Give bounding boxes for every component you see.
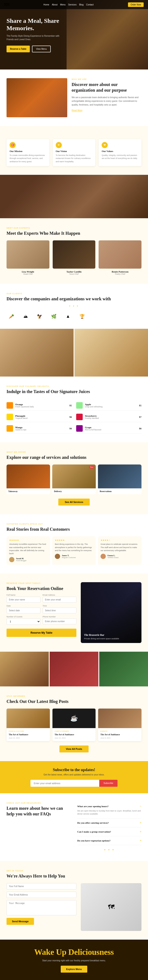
juices-grid-left: Orange Fresh squeezed daily $5 Pineapple… [6, 401, 72, 434]
contact-title: We're Always Here to Help You [6, 873, 142, 879]
reservation-phone-input[interactable] [43, 619, 77, 624]
wake-cta-button[interactable]: Explore Menu [61, 966, 87, 973]
juice-info-1: Pineapple Tropical blend [15, 415, 27, 419]
juice-icon-2 [6, 425, 13, 432]
interior-image [0, 175, 148, 218]
reservation-email-input[interactable] [43, 597, 77, 603]
service-card-2[interactable]: Reservations [98, 465, 142, 494]
juice-name-0: Orange [15, 403, 34, 406]
blog-title-1: The Art of Ambiance [55, 733, 93, 736]
services-section: What We Offer Explore our range of servi… [0, 442, 148, 514]
reservation-guests-label: Number of Guests [6, 616, 40, 618]
juices-label: Discover Our Culinary Delights [6, 385, 142, 387]
juice-info-0: Orange Fresh squeezed daily [15, 403, 34, 408]
mission-desc-2: Quality, integrity, community and passio… [101, 154, 138, 160]
who-read-more-link[interactable]: Read More [72, 109, 82, 112]
hero-subtitle: The Family-Style Dining Experience to Re… [6, 34, 63, 41]
faq-answer-0: We are open Monday to Sunday from 8am to… [77, 809, 142, 816]
nav-contact[interactable]: Contact [86, 3, 93, 6]
newsletter-email-input[interactable] [31, 780, 99, 787]
experts-section: Meet Our Experts Meet the Experts Who Ma… [0, 218, 148, 284]
faq-question-2[interactable]: Can I make a group reservation? + [77, 830, 142, 834]
reservation-name-input[interactable] [6, 597, 40, 603]
juices-col-left: Orange Fresh squeezed daily $5 Pineapple… [6, 397, 72, 434]
blog-card-2[interactable]: Events The Art of Ambiance June 8, 2024 [98, 709, 142, 741]
reservation-guests-select[interactable]: 12345+ [6, 619, 40, 625]
blog-title-2: The Art of Ambiance [100, 733, 139, 736]
faq-question-1[interactable]: Do you offer catering services? + [77, 821, 142, 824]
juice-left-1: Pineapple Tropical blend [6, 414, 27, 420]
contact-form: Send Message [6, 883, 76, 931]
testimonial-card-0: ★★★★★ Absolutely incredible experience! … [6, 536, 50, 565]
faq-section: Check Out Our Resources Learn more about… [0, 793, 148, 861]
gallery-image-1 [0, 329, 74, 377]
faq-question-0[interactable]: What are your opening hours? − [77, 805, 142, 808]
juice-name-1: Pineapple [15, 415, 27, 417]
nav-services[interactable]: Services [68, 3, 76, 6]
hero-menu-button[interactable]: View Menu [32, 46, 50, 52]
contact-section: Get In Touch We're Always Here to Help Y… [0, 861, 148, 940]
reservation-label: Reserve Your Spot Today! [6, 582, 76, 584]
who-we-are-section: Who We Are Discover more about our organ… [0, 70, 148, 126]
contact-submit-button[interactable]: Send Message [6, 918, 34, 925]
newsletter-title: Subscribe to the updates! [6, 768, 142, 772]
faq-question-3[interactable]: Do you have vegetarian options? + [77, 839, 142, 842]
interior-section [0, 175, 148, 218]
nav-blog[interactable]: Blog [79, 3, 84, 6]
nav-menu[interactable]: Menu [60, 3, 66, 6]
faq-right: What are your opening hours? − We are op… [77, 802, 142, 852]
service-card-0[interactable]: Takeaway [6, 465, 50, 494]
services-title: Explore our range of services and soluti… [6, 455, 142, 460]
juices-columns: Orange Fresh squeezed daily $5 Pineapple… [6, 397, 142, 434]
juice-desc-5: Rich & full flavored [85, 429, 101, 431]
blog-card-0[interactable]: Food & Culture The Art of Ambiance June … [6, 709, 50, 741]
juice-name-4: Strawberry [85, 415, 99, 417]
expert-photo-2 [98, 240, 142, 269]
mission-icon-0: 🎯 [10, 142, 16, 148]
service-name-0: Takeaway [6, 488, 50, 494]
blog-view-all-button[interactable]: View All Posts [60, 746, 89, 752]
gallery-two-col [0, 329, 148, 377]
juice-desc-0: Fresh squeezed daily [15, 406, 34, 408]
service-name-1: Delivery [52, 488, 96, 494]
reservation-image: The Brasserie Bar Private dining and eve… [81, 582, 142, 643]
juice-price-1: $6 [69, 416, 72, 418]
contact-message-input[interactable] [6, 900, 76, 915]
faq-chevron-icon-3: + [140, 839, 142, 842]
newsletter-subscribe-button[interactable]: Subscribe [99, 780, 117, 787]
contact-email-input[interactable] [6, 892, 76, 898]
service-badge-1: New [89, 466, 95, 469]
faq-title: Learn more about how we can help you wit… [6, 805, 71, 817]
juices-title: Indulge in the Tastes of Our Signature J… [6, 389, 142, 395]
hero-reserve-button[interactable]: Reserve a Table [6, 46, 30, 52]
juice-item-4: Strawberry Freshly blended $7 [76, 412, 142, 422]
services-see-all-button[interactable]: See All Services [58, 499, 90, 506]
testimonial-avatar-0 [9, 557, 14, 562]
blog-card-1[interactable]: ☕ Chef's Corner The Art of Ambiance June… [53, 709, 96, 741]
nav-home[interactable]: Home [43, 3, 49, 6]
juice-icon-0 [6, 402, 13, 409]
reservation-time-input[interactable] [43, 608, 77, 613]
map-icon: 🗺 [108, 904, 114, 911]
blog-meta-2: June 8, 2024 [100, 737, 139, 739]
contact-name-input[interactable] [6, 883, 76, 889]
testimonial-card-1: ★★★★★ Best dining experience in the city… [52, 536, 96, 565]
mission-title-1: Our Vision [56, 150, 92, 153]
nav-cta-button[interactable]: Order Now [128, 2, 144, 7]
expert-name-1: Taylor Castillo [53, 270, 95, 273]
nav-about[interactable]: About [52, 3, 58, 6]
blog-meta-0: June 12, 2024 [9, 737, 48, 739]
clients-divider: • • • [6, 304, 142, 308]
blog-image-1: ☕ [53, 709, 96, 728]
reservation-submit-button[interactable]: Reserve My Table [6, 628, 76, 637]
client-logo-5: 🏆 [77, 312, 87, 320]
client-logo-3: 🌿 [49, 312, 59, 320]
gallery-image-2 [74, 329, 148, 377]
experts-title: Meet the Experts Who Make It Happen [6, 231, 142, 236]
wake-title: Wake Up Deliciousness [6, 947, 142, 957]
reservation-date-input[interactable] [6, 608, 40, 613]
service-card-1[interactable]: New Delivery [52, 465, 96, 494]
juice-left-0: Orange Fresh squeezed daily [6, 402, 34, 409]
service-name-2: Reservations [98, 488, 142, 494]
photo-gallery-item-0 [0, 652, 49, 686]
